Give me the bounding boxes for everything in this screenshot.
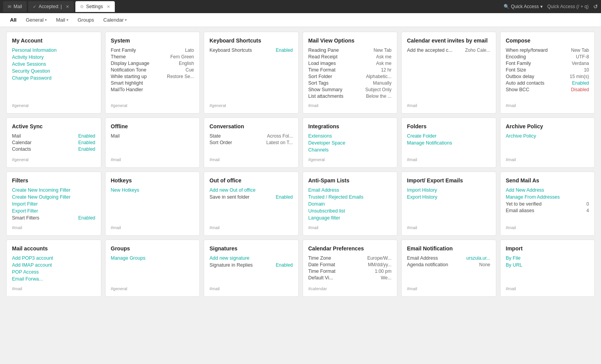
card-link-anti-spam-lists-3[interactable]: Unsubscribed list [308, 208, 392, 214]
chevron-mail-icon: ▾ [66, 18, 68, 22]
tab-mail[interactable]: ✉ Mail [3, 1, 27, 12]
nav-item-all[interactable]: All [6, 15, 20, 25]
refresh-icon[interactable]: ↺ [593, 3, 598, 10]
card-link-import-1[interactable]: By URL [506, 262, 589, 268]
card-link-mail-accounts-1[interactable]: Add IMAP account [12, 262, 95, 268]
row-value: 1:00 pm [375, 269, 392, 274]
card-title-signatures: Signatures [209, 245, 293, 252]
row-label: Mail [12, 133, 21, 139]
card-link-mail-accounts-0[interactable]: Add POP3 account [12, 255, 95, 261]
card-link-send-mail-as-0[interactable]: Add New Address [506, 187, 589, 193]
card-link-filters-0[interactable]: Create New Incoming Filter [12, 187, 95, 193]
card-title-folders: Folders [407, 123, 490, 129]
row-label: State [209, 133, 221, 139]
card-compose: ComposeWhen reply/forwardNew TabEncoding… [500, 32, 595, 114]
topbar: ✉ Mail ✓ Accepted: | ✕ ⚙ Settings ✕ 🔍 Qu… [0, 0, 601, 13]
row-label: Encoding [506, 54, 526, 60]
card-link-groups-0[interactable]: Manage Groups [111, 255, 194, 261]
nav-item-calendar[interactable]: Calendar ▾ [99, 15, 131, 25]
card-link-filters-3[interactable]: Export Filter [12, 208, 95, 214]
tab-settings-label: Settings [86, 4, 103, 9]
card-title-import-export-emails: Import/ Export Emails [407, 177, 490, 184]
row-label: Agenda notification [407, 262, 448, 267]
card-link-import-export-emails-0[interactable]: Import History [407, 187, 490, 193]
row-value: Ask me [376, 54, 392, 60]
row-label: List attachments [308, 94, 344, 99]
row-value: 12 hr [381, 67, 392, 73]
card-link-hotkeys-0[interactable]: New Hotkeys [111, 187, 194, 193]
row-label: Time Format [308, 67, 335, 73]
card-link-my-account-2[interactable]: Active Sessions [12, 61, 95, 67]
row-label: Reading Pane [308, 48, 339, 53]
row-label: Sort Tags [308, 80, 329, 86]
card-link-out-of-office-0[interactable]: Add new Out of office [209, 187, 293, 193]
card-link-anti-spam-lists-1[interactable]: Trusted / Rejected Emails [308, 194, 392, 200]
card-link-filters-1[interactable]: Create New Outgoing Filter [12, 194, 95, 200]
tab-mail-label: Mail [14, 4, 22, 9]
card-link-filters-2[interactable]: Import Filter [12, 201, 95, 207]
card-link-import-0[interactable]: By File [506, 255, 589, 261]
row-value: Enabled [572, 80, 589, 86]
row-value: Enabled [78, 133, 95, 139]
card-link-archive-policy-0[interactable]: Archive Policy [506, 133, 589, 139]
close-settings-button[interactable]: ✕ [107, 4, 110, 9]
row-label: Read Receipt [308, 54, 338, 60]
row-label: Time Format [308, 269, 335, 274]
card-link-anti-spam-lists-2[interactable]: Domain [308, 201, 392, 207]
card-link-mail-accounts-3[interactable]: Email Forwa... [12, 276, 95, 282]
card-link-send-mail-as-1[interactable]: Manage From Addresses [506, 194, 589, 200]
nav-item-general[interactable]: General ▾ [22, 15, 51, 25]
card-link-mail-accounts-2[interactable]: POP Access [12, 269, 95, 275]
card-row-active-sync-0: MailEnabled [12, 133, 95, 139]
card-row-compose-4: Outbox delay15 min(s) [506, 74, 589, 79]
card-tag-offline: #mail [111, 154, 194, 162]
row-value: UTF-8 [576, 54, 589, 60]
row-value: 10 [584, 67, 589, 73]
card-link-integrations-2[interactable]: Channels [308, 147, 392, 153]
card-link-anti-spam-lists-4[interactable]: Language filter [308, 215, 392, 221]
card-tag-anti-spam-lists: #mail [308, 222, 392, 230]
card-link-import-export-emails-1[interactable]: Export History [407, 194, 490, 200]
card-mail-view-options: Mail View OptionsReading PaneNew TabRead… [303, 32, 398, 114]
card-link-my-account-1[interactable]: Activity History [12, 54, 95, 60]
quick-access-button[interactable]: 🔍 Quick Access ▾ [504, 4, 543, 9]
card-row-compose-0: When reply/forwardNew Tab [506, 48, 589, 53]
card-calendar-preferences: Calendar PreferencesTime ZoneEurope/W...… [303, 240, 398, 297]
card-row-calendar-preferences-1: Date FormatMM/dd/yy... [308, 262, 392, 267]
card-link-folders-0[interactable]: Create Folder [407, 133, 490, 139]
card-link-integrations-0[interactable]: Extensions [308, 133, 392, 139]
card-send-mail-as: Send Mail AsAdd New AddressManage From A… [500, 172, 595, 236]
row-label: Font Size [506, 67, 526, 73]
navbar: All General ▾ Mail ▾ Groups Calendar ▾ [0, 13, 601, 27]
search-icon: 🔍 [504, 4, 509, 9]
card-link-my-account-3[interactable]: Security Question [12, 68, 95, 74]
tab-accepted[interactable]: ✓ Accepted: | ✕ [28, 1, 74, 12]
card-title-filters: Filters [12, 177, 95, 184]
row-label: Calendar [12, 140, 32, 145]
card-title-mail-view-options: Mail View Options [308, 37, 392, 44]
card-title-mail-accounts: Mail accounts [12, 245, 95, 252]
card-link-my-account-4[interactable]: Change Password [12, 75, 95, 81]
card-tag-filters: #mail [12, 222, 95, 230]
nav-item-groups[interactable]: Groups [74, 15, 98, 25]
card-import-export-emails: Import/ Export EmailsImport HistoryExpor… [401, 172, 496, 236]
tab-settings[interactable]: ⚙ Settings ✕ [75, 1, 115, 12]
nav-item-mail[interactable]: Mail ▾ [52, 15, 72, 25]
card-link-signatures-0[interactable]: Add new signature [209, 255, 293, 261]
row-value: Zoho Cale... [465, 48, 490, 53]
row-label: Sort Order [209, 140, 232, 145]
card-tag-import: #mail [506, 283, 589, 291]
card-tag-hotkeys: #mail [111, 222, 194, 230]
card-link-integrations-1[interactable]: Developer Space [308, 140, 392, 146]
card-email-notification: Email NotificationEmail Addressurszula.u… [401, 240, 496, 297]
card-link-folders-1[interactable]: Manage Notifications [407, 140, 490, 146]
card-link-anti-spam-lists-0[interactable]: Email Address [308, 187, 392, 193]
row-label: Display Language [111, 61, 150, 66]
close-accepted-button[interactable]: ✕ [66, 4, 69, 9]
card-link-my-account-0[interactable]: Personal Information [12, 48, 95, 53]
row-value: Manually [373, 80, 392, 86]
card-tag-integrations: #general [308, 154, 392, 162]
card-conversation: ConversationStateAcross Fol...Sort Order… [204, 117, 299, 168]
row-value: Restore Se... [167, 74, 194, 79]
card-mail-accounts: Mail accountsAdd POP3 accountAdd IMAP ac… [6, 240, 101, 297]
